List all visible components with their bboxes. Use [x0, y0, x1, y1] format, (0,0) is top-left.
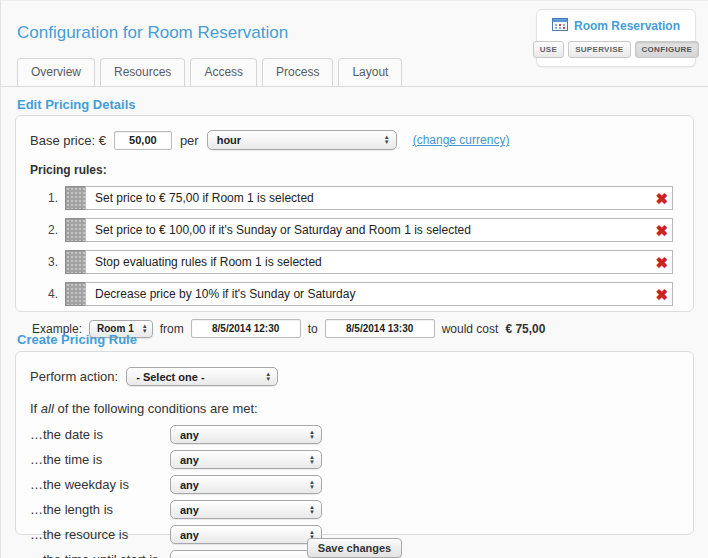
rule-text: Stop evaluating rules if Room 1 is selec…: [95, 255, 655, 269]
condition-label: …the length is: [30, 502, 170, 517]
condition-row: …the length is any: [30, 500, 679, 519]
use-button[interactable]: USE: [533, 41, 564, 58]
widget-title: Room Reservation: [574, 19, 680, 33]
condition-row: …the time is any: [30, 450, 679, 469]
drag-handle-icon[interactable]: [65, 186, 85, 210]
would-cost-label: would cost: [442, 322, 499, 336]
tab-bar: Overview Resources Access Process Layout: [1, 59, 708, 87]
pricing-rule-row: 4. Decrease price by 10% if it's Sunday …: [38, 282, 673, 306]
page-title: Configuration for Room Reservation: [17, 23, 288, 43]
rule-box: Set price to € 100,00 if it's Sunday or …: [85, 218, 673, 242]
pricing-rule-row: 3. Stop evaluating rules if Room 1 is se…: [38, 250, 673, 274]
rule-number: 4.: [38, 287, 58, 301]
drag-handle-icon[interactable]: [65, 250, 85, 274]
pricing-panel: Base price: € per hour (change currency)…: [15, 115, 694, 312]
condition-value: any: [180, 429, 199, 441]
tab-overview[interactable]: Overview: [17, 58, 95, 86]
example-cost-value: € 75,00: [505, 322, 545, 336]
rule-number: 2.: [38, 223, 58, 237]
rule-text: Decrease price by 10% if it's Sunday or …: [95, 287, 655, 301]
rule-text: Set price to € 75,00 if Room 1 is select…: [95, 191, 655, 205]
condition-row: …the date is any: [30, 425, 679, 444]
condition-select[interactable]: any: [170, 475, 322, 494]
delete-rule-icon[interactable]: ✖: [655, 223, 668, 238]
rule-text: Set price to € 100,00 if it's Sunday or …: [95, 223, 655, 237]
example-from-input[interactable]: [191, 319, 301, 338]
condition-label: …the date is: [30, 427, 170, 442]
select-arrows-icon: [309, 430, 315, 440]
condition-label: …the weekday is: [30, 477, 170, 492]
condition-label: …the time is: [30, 452, 170, 467]
rule-box: Stop evaluating rules if Room 1 is selec…: [85, 250, 673, 274]
condition-select[interactable]: any: [170, 425, 322, 444]
base-price-input[interactable]: [114, 131, 172, 150]
pricing-rules-list: 1. Set price to € 75,00 if Room 1 is sel…: [30, 186, 679, 306]
select-arrows-icon: [384, 135, 390, 145]
to-label: to: [308, 322, 318, 336]
select-arrows-icon: [309, 480, 315, 490]
base-price-label: Base price: €: [30, 133, 106, 148]
edit-pricing-heading: Edit Pricing Details: [17, 97, 135, 112]
supervise-button[interactable]: SUPERVISE: [568, 41, 630, 58]
from-label: from: [160, 322, 184, 336]
delete-rule-icon[interactable]: ✖: [655, 191, 668, 206]
select-arrows-icon: [265, 372, 271, 382]
pricing-rules-label: Pricing rules:: [30, 163, 679, 177]
pricing-rule-row: 1. Set price to € 75,00 if Room 1 is sel…: [38, 186, 673, 210]
conditions-intro: If all of the following conditions are m…: [30, 401, 679, 416]
perform-action-label: Perform action:: [30, 369, 118, 384]
perform-action-select[interactable]: - Select one -: [126, 367, 278, 386]
rule-box: Set price to € 75,00 if Room 1 is select…: [85, 186, 673, 210]
tab-process[interactable]: Process: [262, 58, 333, 86]
calendar-icon: [552, 17, 568, 35]
perform-action-value: - Select one -: [136, 371, 204, 383]
rule-number: 3.: [38, 255, 58, 269]
condition-select[interactable]: any: [170, 500, 322, 519]
delete-rule-icon[interactable]: ✖: [655, 255, 668, 270]
rule-box: Decrease price by 10% if it's Sunday or …: [85, 282, 673, 306]
save-changes-button[interactable]: Save changes: [307, 538, 402, 558]
tab-access[interactable]: Access: [190, 58, 257, 86]
drag-handle-icon[interactable]: [65, 282, 85, 306]
price-unit-select[interactable]: hour: [207, 130, 397, 150]
condition-value: any: [180, 454, 199, 466]
create-rule-panel: Perform action: - Select one - If all of…: [15, 351, 694, 535]
condition-value: any: [180, 479, 199, 491]
tab-resources[interactable]: Resources: [100, 58, 185, 86]
create-rule-heading: Create Pricing Rule: [17, 332, 137, 347]
rule-number: 1.: [38, 191, 58, 205]
select-arrows-icon: [142, 324, 148, 334]
tab-layout[interactable]: Layout: [338, 58, 402, 86]
select-arrows-icon: [309, 455, 315, 465]
configure-button[interactable]: CONFIGURE: [635, 41, 700, 58]
example-to-input[interactable]: [325, 319, 435, 338]
condition-select[interactable]: any: [170, 450, 322, 469]
pricing-rule-row: 2. Set price to € 100,00 if it's Sunday …: [38, 218, 673, 242]
change-currency-link[interactable]: (change currency): [413, 133, 510, 147]
select-arrows-icon: [309, 505, 315, 515]
price-unit-value: hour: [217, 134, 241, 146]
condition-value: any: [180, 504, 199, 516]
drag-handle-icon[interactable]: [65, 218, 85, 242]
delete-rule-icon[interactable]: ✖: [655, 287, 668, 302]
per-label: per: [180, 133, 199, 148]
condition-row: …the weekday is any: [30, 475, 679, 494]
